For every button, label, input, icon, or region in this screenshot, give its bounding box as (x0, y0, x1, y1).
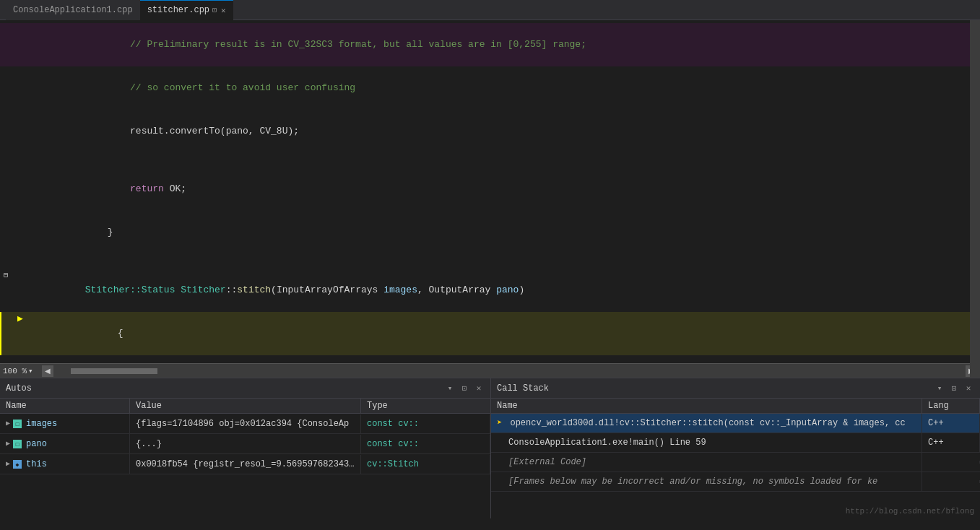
callstack-name-frames: [Frames below may be incorrect and/or mi… (491, 472, 922, 491)
code-line: // Preliminary result is in CV_32SC3 for… (0, 23, 980, 66)
callstack-close-icon[interactable]: ✕ (963, 383, 974, 394)
autos-pin-icon[interactable]: ⊡ (459, 383, 470, 394)
scroll-thumb[interactable] (71, 368, 157, 374)
callstack-row-current[interactable]: ➤ opencv_world300d.dll!cv::Stitcher::sti… (491, 414, 980, 433)
horizontal-scrollbar[interactable]: 100 % ▾ ◀ ▶ (0, 363, 980, 378)
autos-row-this[interactable]: ▶ ◆ this 0x0018fb54 {registr_resol_=9.56… (0, 454, 490, 474)
callstack-col-name: Name (491, 399, 922, 413)
pin-icon[interactable]: ⊡ (212, 6, 217, 14)
callstack-panel: Call Stack ▾ ⊡ ✕ Name Lang ➤ opencv_worl… (491, 378, 980, 518)
autos-value-this: 0x0018fb54 {registr_resol_=9.56959768234… (130, 455, 361, 474)
expand-triangle-icon: ▶ (6, 416, 10, 432)
code-editor[interactable]: // Preliminary result is in CV_32SC3 for… (0, 20, 980, 363)
expand-triangle-icon: ▶ (6, 436, 10, 452)
active-tab-label: stitcher.cpp (147, 5, 209, 15)
vertical-scrollbar[interactable] (970, 20, 980, 378)
code-line-exec: ▶ { (0, 312, 980, 355)
zoom-label: 100 % ▾ (3, 366, 39, 375)
autos-type-this: cv::Stitch (361, 455, 490, 474)
var-obj-icon: □ (13, 440, 22, 448)
inactive-tab-label: ConsoleApplication1.cpp (13, 5, 133, 15)
autos-close-icon[interactable]: ✕ (473, 383, 485, 394)
editor-wrapper: // Preliminary result is in CV_32SC3 for… (0, 20, 980, 378)
callstack-lang-external (922, 461, 980, 464)
callstack-pin-icon[interactable]: ⊡ (948, 383, 960, 394)
autos-dropdown-icon[interactable]: ▾ (444, 383, 456, 394)
collapse-icon (0, 168, 12, 182)
collapse-icon (0, 23, 12, 38)
var-ptr-icon: ◆ (13, 460, 22, 469)
callstack-body: ➤ opencv_world300d.dll!cv::Stitcher::sti… (491, 414, 980, 518)
title-bar: ConsoleApplication1.cpp stitcher.cpp ⊡ ✕ (0, 0, 980, 20)
collapse-icon-collapse[interactable]: ⊟ (0, 269, 12, 283)
autos-name-this: ▶ ◆ this (0, 454, 130, 474)
callstack-table-header: Name Lang (491, 399, 980, 414)
inactive-tab[interactable]: ConsoleApplication1.cpp (6, 0, 140, 20)
code-line: return OK; (0, 168, 980, 211)
callstack-row-external[interactable]: [External Code] (491, 453, 980, 472)
code-line (0, 254, 980, 269)
autos-panel-header: Autos ▾ ⊡ ✕ (0, 378, 490, 399)
expand-triangle-icon: ▶ (6, 456, 10, 472)
exec-arrow-icon: ▶ (13, 312, 27, 326)
callstack-name-external: [External Code] (491, 453, 922, 472)
autos-value-images: {flags=17104896 obj=0x012ac394 {ConsoleA… (130, 414, 361, 433)
collapse-icon (0, 211, 12, 225)
autos-col-value: Value (130, 399, 361, 413)
callstack-lang-frames (922, 480, 980, 483)
callstack-lang-main: C++ (922, 433, 980, 452)
code-content: // Preliminary result is in CV_32SC3 for… (0, 20, 980, 363)
code-line: result.convertTo(pano, CV_8U); (0, 110, 980, 153)
autos-name-images: ▶ □ images (0, 414, 130, 433)
autos-value-pano: {...} (130, 435, 361, 453)
autos-table-body: ▶ □ images {flags=17104896 obj=0x012ac39… (0, 414, 490, 518)
callstack-name-opencv: ➤ opencv_world300d.dll!cv::Stitcher::sti… (491, 414, 922, 433)
code-line: // so convert it to avoid user confusing (0, 66, 980, 110)
code-line: Status status = estimateTransform(images… (0, 355, 980, 363)
callstack-col-lang: Lang (922, 399, 980, 413)
callstack-dropdown-icon[interactable]: ▾ (934, 383, 945, 394)
zoom-value: 100 % (3, 367, 27, 375)
var-obj-icon: □ (13, 420, 22, 428)
collapse-icon (0, 110, 12, 124)
autos-col-type: Type (361, 399, 491, 413)
autos-row-pano[interactable]: ▶ □ pano {...} const cv:: (0, 434, 490, 454)
code-line: } (0, 211, 980, 254)
tab-close-button[interactable]: ✕ (221, 6, 226, 15)
collapse-icon (0, 355, 12, 363)
callstack-panel-title: Call Stack (497, 383, 931, 394)
autos-type-pano: const cv:: (361, 435, 490, 453)
autos-table-header: Name Value Type (0, 399, 490, 414)
code-line (0, 153, 980, 168)
callstack-panel-icons: ▾ ⊡ ✕ (934, 383, 974, 394)
autos-panel-title: Autos (6, 383, 441, 394)
callstack-current-arrow-icon: ➤ (497, 418, 502, 428)
watermark: http://blog.csdn.net/bflong (846, 507, 974, 516)
callstack-panel-header: Call Stack ▾ ⊡ ✕ (491, 378, 980, 399)
zoom-dropdown-icon[interactable]: ▾ (28, 366, 33, 375)
code-line: ⊟ Stitcher::Status Stitcher::stitch(Inpu… (0, 269, 980, 312)
autos-panel: Autos ▾ ⊡ ✕ Name Value Type ▶ □ images (0, 378, 491, 518)
scroll-left-button[interactable]: ◀ (42, 365, 53, 377)
callstack-name-main: ConsoleApplication1.exe!main() Line 59 (491, 433, 922, 452)
collapse-icon (0, 66, 12, 81)
autos-panel-icons: ▾ ⊡ ✕ (444, 383, 485, 394)
editor-main: // Preliminary result is in CV_32SC3 for… (0, 20, 980, 378)
callstack-lang-opencv: C++ (922, 414, 980, 433)
callstack-row-main[interactable]: ConsoleApplication1.exe!main() Line 59 C… (491, 433, 980, 453)
scroll-track[interactable] (56, 368, 963, 374)
callstack-row-frames[interactable]: [Frames below may be incorrect and/or mi… (491, 472, 980, 492)
bottom-panels: Autos ▾ ⊡ ✕ Name Value Type ▶ □ images (0, 378, 980, 518)
autos-name-pano: ▶ □ pano (0, 434, 130, 453)
active-tab[interactable]: stitcher.cpp ⊡ ✕ (140, 0, 233, 20)
autos-type-images: const cv:: (361, 414, 490, 433)
autos-row-images[interactable]: ▶ □ images {flags=17104896 obj=0x012ac39… (0, 414, 490, 434)
collapse-icon (0, 153, 12, 168)
collapse-icon (0, 254, 12, 269)
autos-col-name: Name (0, 399, 130, 413)
